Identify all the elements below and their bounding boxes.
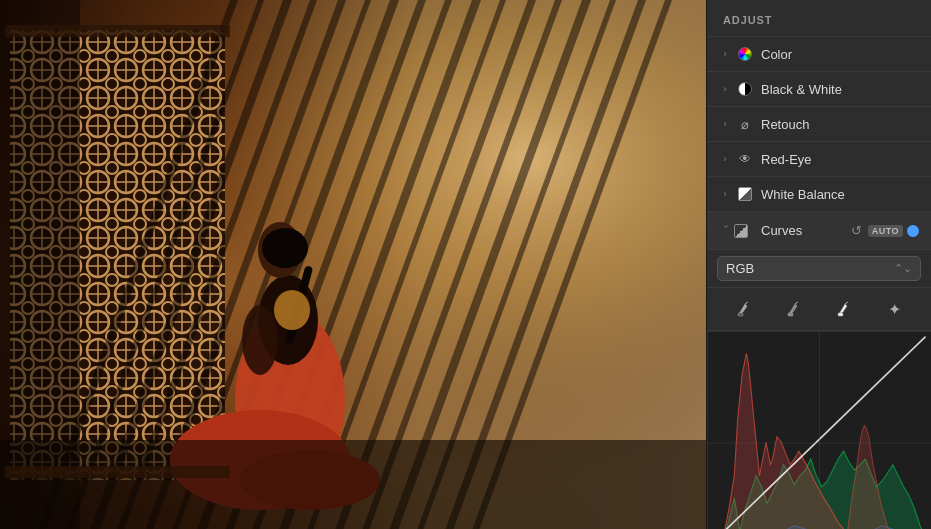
rgb-channel-select[interactable]: RGB ⌃⌄ (717, 256, 921, 281)
curves-section: › Curves ↺ AUTO RGB ⌃⌄ (707, 212, 931, 529)
chevron-right-icon-redeye: › (719, 153, 731, 165)
curves-icon (737, 223, 753, 239)
wb-icon (737, 186, 753, 202)
redeye-label: Red-Eye (761, 152, 919, 167)
curves-tools-row: ✦ (707, 288, 931, 331)
white-dropper-icon (835, 300, 853, 318)
bw-icon (737, 81, 753, 97)
adjust-item-retouch[interactable]: › ⌀ Retouch (707, 107, 931, 142)
svg-point-39 (274, 290, 310, 330)
svg-point-36 (262, 228, 308, 268)
chevron-down-icon-curves: › (719, 225, 731, 237)
chevron-right-icon-bw: › (719, 83, 731, 95)
retouch-label: Retouch (761, 117, 919, 132)
channel-arrow-icon: ⌃⌄ (894, 262, 912, 275)
redeye-icon: 👁 (737, 151, 753, 167)
panel-title: ADJUST (707, 0, 931, 37)
add-point-button[interactable]: ✦ (879, 296, 909, 322)
svg-rect-45 (788, 313, 793, 316)
black-point-dropper-button[interactable] (729, 296, 759, 322)
curves-label: Curves (761, 223, 849, 238)
adjust-item-curves[interactable]: › Curves ↺ AUTO (707, 212, 931, 250)
mid-point-dropper-button[interactable] (779, 296, 809, 322)
svg-point-38 (242, 305, 278, 375)
adjust-list: › Color › Black & White › ⌀ Retouch › 👁 … (707, 37, 931, 529)
color-label: Color (761, 47, 919, 62)
svg-line-44 (745, 302, 748, 304)
photo-area (0, 0, 706, 529)
curves-chart[interactable] (707, 331, 931, 529)
svg-line-46 (795, 302, 798, 304)
rgb-channel-value: RGB (726, 261, 754, 276)
adjust-item-whitebalance[interactable]: › White Balance (707, 177, 931, 212)
rgb-channel-row: RGB ⌃⌄ (707, 250, 931, 288)
svg-rect-43 (738, 313, 743, 316)
white-point-dropper-button[interactable] (829, 296, 859, 322)
wb-label: White Balance (761, 187, 919, 202)
bw-label: Black & White (761, 82, 919, 97)
svg-rect-42 (5, 466, 230, 478)
retouch-icon: ⌀ (737, 116, 753, 132)
curves-undo-button[interactable]: ↺ (849, 221, 864, 240)
svg-rect-41 (5, 25, 230, 37)
svg-rect-47 (838, 313, 843, 316)
chevron-right-icon-retouch: › (719, 118, 731, 130)
photo-svg (0, 0, 706, 529)
svg-rect-40 (0, 440, 706, 529)
adjust-panel: ADJUST › Color › Black & White › ⌀ Retou… (706, 0, 931, 529)
curves-actions: ↺ AUTO (849, 221, 919, 240)
black-dropper-icon (735, 300, 753, 318)
adjust-item-redeye[interactable]: › 👁 Red-Eye (707, 142, 931, 177)
curves-active-indicator (907, 225, 919, 237)
curves-auto-badge[interactable]: AUTO (868, 225, 903, 237)
adjust-item-color[interactable]: › Color (707, 37, 931, 72)
color-icon (737, 46, 753, 62)
adjust-item-bw[interactable]: › Black & White (707, 72, 931, 107)
svg-line-48 (845, 302, 848, 304)
chevron-right-icon-wb: › (719, 188, 731, 200)
chart-grid (707, 331, 931, 529)
mid-dropper-icon (785, 300, 803, 318)
chevron-right-icon: › (719, 48, 731, 60)
